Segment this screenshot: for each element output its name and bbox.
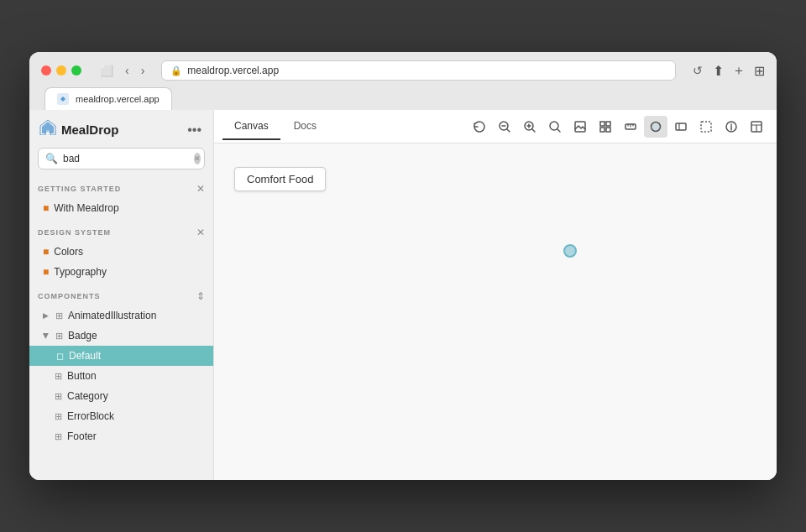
toolbar-icons [468, 116, 768, 138]
sidebar-item-default[interactable]: ◻ Default [29, 346, 213, 366]
search-input[interactable] [63, 153, 189, 164]
section-header-design-system: DESIGN SYSTEM ✕ [29, 222, 213, 242]
browser-controls: ⬜ ‹ › [97, 62, 148, 79]
sidebar-item-label: Badge [68, 330, 97, 342]
sidebar-toggle-button[interactable]: ⬜ [97, 63, 117, 79]
main-area: Canvas Docs [214, 110, 777, 480]
sidebar-item-label: Default [69, 350, 101, 362]
tab-canvas[interactable]: Canvas [222, 113, 280, 140]
svg-rect-11 [676, 123, 686, 130]
tab-docs-label: Docs [294, 120, 317, 132]
search-bar[interactable]: 🔍 ✕ [38, 148, 205, 170]
section-header-getting-started: GETTING STARTED ✕ [29, 178, 213, 198]
sidebar-item-colors[interactable]: ■ Colors [29, 242, 213, 262]
colors-icon: ■ [43, 246, 49, 258]
section-title-design-system: DESIGN SYSTEM [38, 228, 111, 237]
sidebar-item-typography[interactable]: ■ Typography [29, 262, 213, 282]
canvas-toolbar: Canvas Docs [214, 110, 777, 143]
browser-tab[interactable]: mealdrop.vercel.app [44, 87, 172, 110]
browser-window: ⬜ ‹ › 🔒 mealdrop.vercel.app ↺ ⬆ ＋ ⊞ m [29, 52, 777, 480]
tab-docs[interactable]: Docs [282, 113, 328, 140]
traffic-lights [41, 65, 81, 76]
info-button[interactable] [720, 116, 743, 138]
close-button[interactable] [41, 65, 51, 76]
sidebar: MealDrop ••• 🔍 ✕ GETTING STARTED ✕ ■ Wit… [29, 110, 214, 480]
sidebar-item-label: Colors [54, 246, 83, 258]
sidebar-item-footer[interactable]: ⊞ Footer [29, 426, 213, 446]
sidebar-item-animated-illustration[interactable]: ▶ ⊞ AnimatedIllustration [29, 305, 213, 326]
forward-button[interactable]: › [138, 62, 149, 79]
new-tab-button[interactable]: ＋ [732, 62, 746, 80]
minimize-button[interactable] [56, 65, 66, 76]
component-icon: ⊞ [55, 371, 62, 382]
sidebar-item-label: Typography [54, 266, 107, 278]
cursor-indicator [563, 244, 577, 258]
expand-arrow-icon: ▶ [43, 311, 49, 320]
maximize-button[interactable] [71, 65, 81, 76]
search-icon: 🔍 [45, 153, 58, 164]
back-button[interactable]: ‹ [122, 62, 133, 79]
canvas-body[interactable]: Comfort Food [214, 143, 777, 480]
sidebar-item-category[interactable]: ⊞ Category [29, 386, 213, 406]
sidebar-item-badge[interactable]: ▶ ⊞ Badge [29, 326, 213, 346]
sidebar-item-label: Footer [67, 430, 97, 442]
address-bar[interactable]: 🔒 mealdrop.vercel.app [161, 60, 676, 81]
component-icon: ⊞ [55, 431, 62, 442]
sidebar-item-label: AnimatedIllustration [68, 310, 156, 321]
brand-logo-icon [39, 120, 56, 139]
url-text: mealdrop.vercel.app [187, 65, 279, 76]
svg-rect-5 [600, 122, 604, 126]
layout-button[interactable] [745, 116, 768, 138]
component-icon: ⊞ [55, 411, 62, 422]
component-icon: ⊞ [55, 310, 63, 321]
section-header-components: COMPONENTS ⇕ [29, 285, 213, 305]
panel-button[interactable] [669, 116, 693, 138]
section-title-getting-started: GETTING STARTED [38, 185, 121, 193]
sidebar-item-label: Category [67, 390, 108, 402]
sidebar-item-with-mealdrop[interactable]: ■ With Mealdrop [29, 198, 213, 218]
image-button[interactable] [568, 116, 592, 138]
reload-button[interactable]: ↺ [689, 62, 706, 79]
sidebar-item-label: With Mealdrop [54, 202, 118, 214]
svg-rect-7 [600, 128, 604, 132]
tab-canvas-label: Canvas [234, 120, 269, 132]
sidebar-section-design-system: DESIGN SYSTEM ✕ ■ Colors ■ Typography [29, 222, 213, 282]
expand-arrow-icon: ▶ [42, 333, 50, 339]
tab-title: mealdrop.vercel.app [76, 94, 160, 104]
brand: MealDrop [39, 120, 118, 139]
component-icon: ⊞ [55, 391, 62, 402]
section-title-components: COMPONENTS [38, 292, 101, 300]
sidebar-section-getting-started: GETTING STARTED ✕ ■ With Mealdrop [29, 178, 213, 218]
search-canvas-button[interactable] [543, 116, 567, 138]
reset-zoom-button[interactable] [468, 116, 491, 138]
zoom-in-button[interactable] [518, 116, 542, 138]
page-icon: ■ [43, 202, 49, 214]
tabs-overview-button[interactable]: ⊞ [754, 63, 765, 79]
browser-right-actions: ⬆ ＋ ⊞ [713, 62, 765, 80]
browser-titlebar: ⬜ ‹ › 🔒 mealdrop.vercel.app ↺ ⬆ ＋ ⊞ [41, 60, 765, 81]
sidebar-item-button[interactable]: ⊞ Button [29, 366, 213, 386]
story-icon: ◻ [56, 351, 64, 362]
sidebar-header: MealDrop ••• [29, 110, 213, 148]
selection-button[interactable] [694, 116, 718, 138]
browser-chrome: ⬜ ‹ › 🔒 mealdrop.vercel.app ↺ ⬆ ＋ ⊞ m [29, 52, 777, 110]
zoom-out-button[interactable] [493, 116, 516, 138]
tab-favicon [57, 93, 69, 105]
svg-rect-8 [606, 128, 610, 132]
measure-button[interactable] [619, 116, 642, 138]
search-clear-button[interactable]: ✕ [194, 153, 201, 164]
sidebar-item-label: ErrorBlock [67, 410, 114, 422]
share-button[interactable]: ⬆ [713, 63, 724, 79]
sidebar-item-error-block[interactable]: ⊞ ErrorBlock [29, 406, 213, 426]
component-icon: ⊞ [55, 331, 63, 342]
sidebar-menu-button[interactable]: ••• [186, 121, 203, 139]
sidebar-item-label: Button [67, 370, 97, 382]
section-collapse-getting-started[interactable]: ✕ [196, 183, 205, 195]
sidebar-section-components: COMPONENTS ⇕ ▶ ⊞ AnimatedIllustration ▶ … [29, 285, 213, 446]
grid-button[interactable] [594, 116, 617, 138]
lock-icon: 🔒 [170, 65, 182, 76]
comfort-food-label: Comfort Food [234, 167, 326, 191]
circle-tool-button[interactable] [644, 116, 667, 138]
section-collapse-design-system[interactable]: ✕ [196, 227, 205, 238]
section-toggle-components[interactable]: ⇕ [196, 290, 205, 302]
